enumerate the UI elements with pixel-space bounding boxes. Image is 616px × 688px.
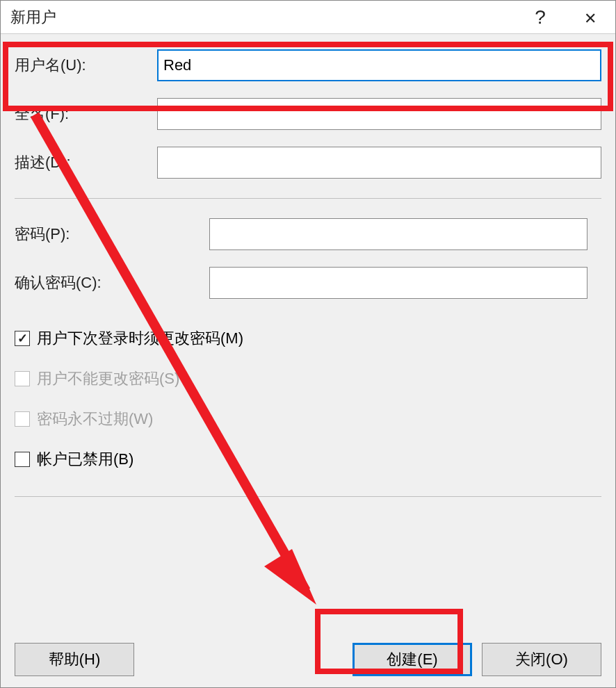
checkbox-icon [15, 452, 30, 467]
checkbox-icon [15, 371, 30, 386]
description-row: 描述(D): [15, 147, 601, 179]
separator-1 [15, 198, 601, 199]
must-change-password-label: 用户下次登录时须更改密码(M) [37, 328, 243, 349]
create-button-label: 创建(E) [387, 649, 437, 670]
checkbox-icon [15, 331, 30, 346]
close-icon [584, 7, 597, 28]
description-label: 描述(D): [15, 152, 157, 173]
close-window-button[interactable] [565, 1, 615, 34]
close-button-label: 关闭(O) [515, 649, 568, 670]
titlebar: 新用户 [1, 1, 615, 34]
password-label: 密码(P): [15, 224, 209, 245]
password-row: 密码(P): [15, 218, 601, 250]
fullname-label: 全名(F): [15, 104, 157, 124]
help-button[interactable] [515, 1, 565, 34]
confirm-password-label: 确认密码(C): [15, 272, 209, 293]
checkbox-icon [15, 411, 30, 427]
cannot-change-password-label: 用户不能更改密码(S) [37, 368, 179, 389]
titlebar-controls [515, 1, 615, 34]
close-button[interactable]: 关闭(O) [482, 643, 601, 676]
username-input[interactable] [157, 49, 601, 81]
confirm-password-input[interactable] [209, 267, 587, 299]
create-button[interactable]: 创建(E) [352, 643, 472, 676]
help-dialog-button[interactable]: 帮助(H) [15, 643, 134, 676]
password-never-expires-label: 密码永不过期(W) [37, 409, 153, 429]
username-label: 用户名(U): [15, 55, 157, 76]
account-disabled-checkbox[interactable]: 帐户已禁用(B) [15, 449, 601, 470]
must-change-password-checkbox[interactable]: 用户下次登录时须更改密码(M) [15, 328, 601, 349]
password-input[interactable] [209, 218, 587, 250]
dialog-content: 用户名(U): 全名(F): 描述(D): 密码(P): 确认密码(C): [1, 34, 615, 687]
fullname-row: 全名(F): [15, 98, 601, 130]
help-button-label: 帮助(H) [49, 649, 101, 670]
fullname-input[interactable] [157, 98, 601, 130]
help-icon [535, 6, 546, 28]
password-never-expires-checkbox: 密码永不过期(W) [15, 409, 601, 429]
username-row: 用户名(U): [15, 49, 601, 81]
separator-2 [15, 496, 601, 497]
description-input[interactable] [157, 147, 601, 179]
confirm-password-row: 确认密码(C): [15, 267, 601, 299]
cannot-change-password-checkbox: 用户不能更改密码(S) [15, 368, 601, 389]
account-disabled-label: 帐户已禁用(B) [37, 449, 133, 470]
button-row: 帮助(H) 创建(E) 关闭(O) [15, 630, 601, 676]
dialog-title: 新用户 [10, 7, 56, 28]
new-user-dialog: 新用户 用户名(U): 全名(F): 描述(D): [0, 0, 616, 688]
